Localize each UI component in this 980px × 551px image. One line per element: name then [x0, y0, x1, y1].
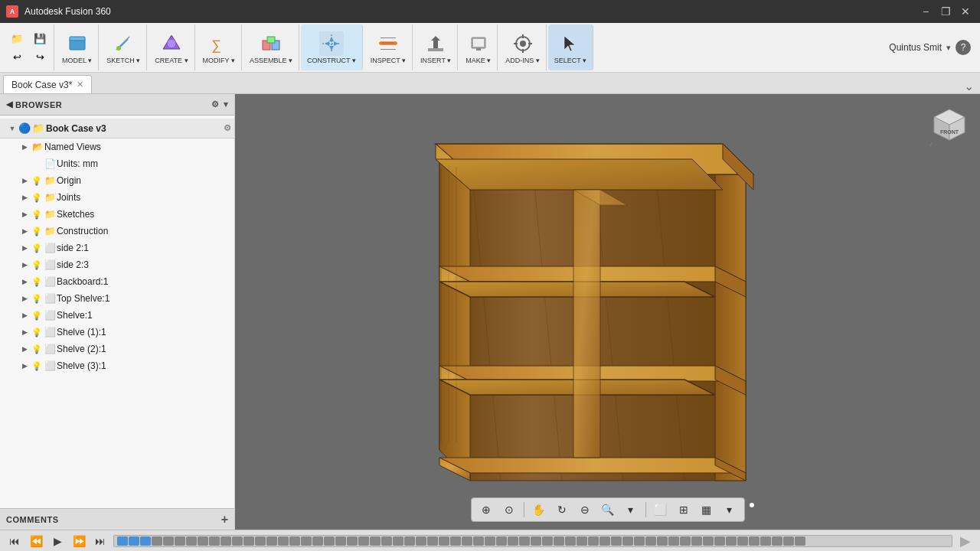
tree-item-root[interactable]: ▼ 🔵 📁 Book Case v3 ⚙: [0, 119, 234, 139]
nv-expander[interactable]: ▶: [18, 143, 31, 151]
sketches-eye-icon[interactable]: 💡: [31, 210, 43, 220]
side23-expander[interactable]: ▶: [18, 261, 31, 269]
timeline-mark[interactable]: [335, 536, 346, 546]
collapse-browser-icon[interactable]: ◀: [6, 99, 12, 109]
timeline-mark[interactable]: [599, 536, 610, 546]
backboard-expander[interactable]: ▶: [18, 278, 31, 285]
modify-button[interactable]: ∑ MODIFY ▾: [200, 30, 238, 66]
timeline-mark[interactable]: [220, 536, 231, 546]
timeline-mark[interactable]: [531, 536, 541, 546]
construction-expander[interactable]: ▶: [18, 227, 31, 235]
redo-button[interactable]: ↪: [29, 47, 51, 66]
side23-eye-icon[interactable]: 💡: [31, 260, 43, 270]
grid-snap-button[interactable]: ▦: [697, 500, 717, 520]
timeline-mark[interactable]: [772, 536, 782, 546]
timeline-mark[interactable]: [795, 536, 805, 546]
help-button[interactable]: ?: [956, 40, 971, 55]
timeline-mark[interactable]: [416, 536, 426, 546]
tree-item-shelve1-1[interactable]: ▶ 💡 ⬜ Shelve (1):1: [0, 324, 234, 341]
step-forward-button[interactable]: ⏩: [70, 533, 87, 549]
make-button[interactable]: MAKE ▾: [462, 30, 494, 66]
zoom-button[interactable]: 🔍: [598, 500, 618, 520]
collapse-tabs-button[interactable]: ⌄: [964, 79, 977, 93]
tree-item-named-views[interactable]: ▶ 📂 Named Views: [0, 139, 234, 155]
timeline-mark[interactable]: [404, 536, 415, 546]
origin-expander[interactable]: ▶: [18, 177, 31, 184]
timeline-mark[interactable]: [347, 536, 358, 546]
timeline-mark[interactable]: [657, 536, 668, 546]
tree-item-origin[interactable]: ▶ 💡 📁 Origin: [0, 172, 234, 189]
tab-close-button[interactable]: ✕: [77, 80, 83, 90]
play-all-button[interactable]: ▶: [957, 533, 974, 549]
timeline-mark[interactable]: [462, 536, 472, 546]
tree-item-construction[interactable]: ▶ 💡 📁 Construction: [0, 223, 234, 240]
timeline-mark[interactable]: [393, 536, 403, 546]
timeline-mark[interactable]: [691, 536, 702, 546]
timeline-mark[interactable]: [783, 536, 794, 546]
display-mode-button[interactable]: ⬜: [651, 500, 671, 520]
tree-item-side2-1[interactable]: ▶ 💡 ⬜ side 2:1: [0, 240, 234, 256]
shelve1-eye-icon[interactable]: 💡: [31, 311, 43, 321]
shelve3-1-eye-icon[interactable]: 💡: [31, 361, 43, 371]
timeline-mark[interactable]: [726, 536, 737, 546]
timeline-mark[interactable]: [243, 536, 254, 546]
view-cube[interactable]: FRONT /: [926, 102, 972, 148]
pan-button[interactable]: ✋: [529, 500, 549, 520]
topshelve-expander[interactable]: ▶: [18, 295, 31, 302]
sketches-expander[interactable]: ▶: [18, 210, 31, 218]
timeline-mark[interactable]: [117, 536, 128, 546]
fit-to-screen-button[interactable]: ⊕: [476, 500, 496, 520]
shelve3-1-expander[interactable]: ▶: [18, 362, 31, 370]
timeline-mark[interactable]: [232, 536, 243, 546]
grid-button[interactable]: ⊞: [674, 500, 694, 520]
timeline-mark[interactable]: [645, 536, 656, 546]
joints-expander[interactable]: ▶: [18, 194, 31, 201]
joints-eye-icon[interactable]: 💡: [31, 193, 43, 203]
timeline-mark[interactable]: [622, 536, 633, 546]
maximize-button[interactable]: ❐: [937, 3, 954, 20]
inspect-button[interactable]: INSPECT ▾: [368, 30, 409, 66]
timeline-mark[interactable]: [209, 536, 220, 546]
browser-settings-icon[interactable]: ⚙: [211, 99, 219, 109]
user-name[interactable]: Quintus Smit: [889, 42, 942, 53]
timeline-mark[interactable]: [496, 536, 507, 546]
timeline-mark[interactable]: [680, 536, 691, 546]
timeline-mark[interactable]: [473, 536, 484, 546]
timeline-mark[interactable]: [198, 536, 208, 546]
side21-expander[interactable]: ▶: [18, 244, 31, 252]
browser-filter-icon[interactable]: ▾: [224, 99, 228, 109]
origin-eye-icon[interactable]: 💡: [31, 176, 43, 186]
minimize-button[interactable]: −: [917, 3, 934, 20]
timeline-mark[interactable]: [714, 536, 725, 546]
sketch-button[interactable]: SKETCH ▾: [103, 30, 143, 66]
timeline-mark[interactable]: [278, 536, 289, 546]
new-button[interactable]: 📁: [6, 29, 28, 47]
timeline-mark[interactable]: [577, 536, 587, 546]
timeline-mark[interactable]: [634, 536, 645, 546]
timeline-mark[interactable]: [439, 536, 449, 546]
zoom-dropdown-button[interactable]: ▾: [621, 500, 641, 520]
save-button[interactable]: 💾: [29, 29, 51, 47]
timeline-mark[interactable]: [266, 536, 277, 546]
insert-button[interactable]: INSERT ▾: [417, 30, 454, 66]
tree-item-units[interactable]: 📄 Units: mm: [0, 155, 234, 172]
skip-to-start-button[interactable]: ⏮: [6, 533, 23, 549]
timeline-mark[interactable]: [519, 536, 530, 546]
timeline-mark[interactable]: [312, 536, 323, 546]
construct-button[interactable]: CONSTRUCT ▾: [304, 30, 359, 66]
orbit-button[interactable]: ↻: [552, 500, 572, 520]
timeline-mark[interactable]: [760, 536, 771, 546]
timeline-mark[interactable]: [611, 536, 622, 546]
step-back-button[interactable]: ⏪: [28, 533, 44, 549]
tree-item-side2-3[interactable]: ▶ 💡 ⬜ side 2:3: [0, 256, 234, 273]
user-dropdown-icon[interactable]: ▾: [946, 43, 951, 53]
timeline-mark[interactable]: [554, 536, 564, 546]
timeline-mark[interactable]: [737, 536, 748, 546]
timeline-mark[interactable]: [370, 536, 381, 546]
timeline-mark[interactable]: [450, 536, 461, 546]
backboard-eye-icon[interactable]: 💡: [31, 277, 43, 287]
undo-button[interactable]: ↩: [6, 47, 28, 66]
construction-eye-icon[interactable]: 💡: [31, 227, 43, 236]
skip-to-end-button[interactable]: ⏭: [92, 533, 109, 549]
timeline-mark[interactable]: [289, 536, 300, 546]
